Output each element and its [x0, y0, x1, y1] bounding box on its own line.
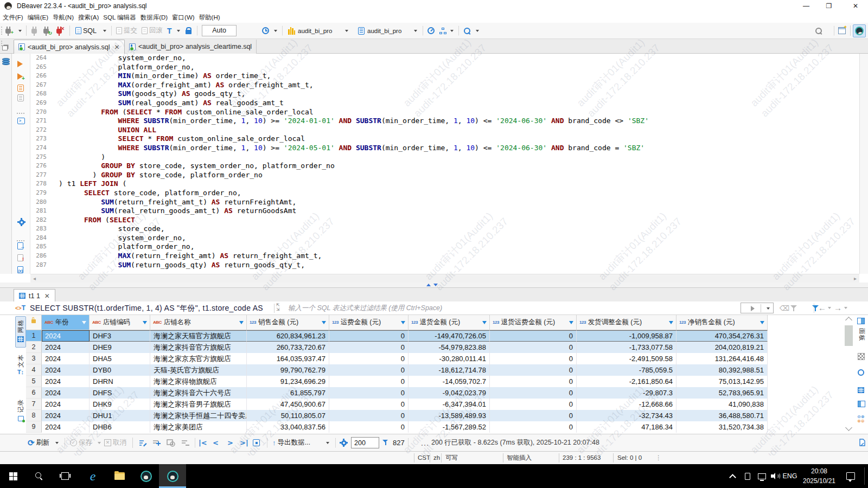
grid-cell[interactable]: 海澜之家得物旗舰店 — [150, 376, 247, 387]
grid-cell[interactable]: -30,280,011.41 — [409, 353, 490, 364]
grid-cell[interactable]: -6,347,394.01 — [409, 399, 490, 410]
sort-dropdown-icon[interactable] — [401, 321, 405, 324]
row-header-6[interactable]: 6 — [26, 387, 42, 399]
connect-button[interactable]: + — [5, 23, 11, 38]
aggregate-icon[interactable] — [858, 387, 864, 393]
column-header-1[interactable]: ABC年份 — [42, 315, 90, 330]
grid-cell[interactable]: -785,059.5 — [577, 364, 676, 376]
grid-cell[interactable]: 80,392,988.51 — [676, 364, 768, 376]
grid-cell[interactable]: 61,855,797 — [247, 387, 329, 399]
grid-cell[interactable]: 164,035,937.47 — [247, 353, 329, 364]
row-header-9[interactable]: 9 — [26, 421, 42, 433]
grid-cell[interactable]: -14,059,702.7 — [409, 376, 490, 387]
value-viewer-icon[interactable] — [858, 353, 865, 360]
grid-cell[interactable]: 0 — [329, 399, 409, 410]
validate-doc-icon[interactable]: ! — [17, 254, 23, 264]
grid-cell[interactable]: 海澜之家天猫官方旗舰店 — [150, 330, 247, 342]
commit-button[interactable]: 提交 — [116, 23, 139, 38]
refresh-button[interactable]: ⟳刷新 — [28, 434, 52, 451]
filter-placeholder[interactable]: 输入一个 SQL 表达式来过滤结果 (使用 Ctrl+Space) — [288, 301, 442, 314]
taskbar-search-icon[interactable] — [26, 464, 52, 488]
column-header-8[interactable]: 123发货调整金额 (元) — [577, 315, 676, 330]
database-navigator-icon[interactable] — [2, 58, 10, 66]
grid-cell[interactable]: DYB0 — [90, 364, 150, 376]
plan-dropdown[interactable] — [450, 23, 454, 38]
back-dropdown[interactable] — [828, 307, 831, 309]
grid-cell[interactable]: 2024 — [42, 387, 90, 399]
copy-row-icon[interactable] — [167, 434, 175, 451]
fetch-size-input[interactable] — [351, 437, 379, 448]
grid-cell[interactable]: 0 — [329, 387, 409, 399]
history-icon[interactable] — [262, 23, 269, 38]
file-explorer-icon[interactable] — [106, 464, 132, 488]
menu-item[interactable]: 数据库(D) — [141, 14, 168, 22]
row-header-8[interactable]: 8 — [26, 410, 42, 421]
minimize-button[interactable]: — — [798, 0, 814, 12]
previous-row-icon[interactable]: < — [213, 434, 219, 451]
lock-icon[interactable] — [186, 23, 192, 38]
network-tray-icon[interactable] — [754, 464, 769, 488]
grid-cell[interactable]: -32,734.43 — [577, 410, 676, 421]
sql-editor-dropdown[interactable] — [103, 23, 106, 38]
forward-dropdown[interactable] — [844, 307, 847, 309]
task-view-icon[interactable] — [52, 464, 78, 488]
grid-cell[interactable]: -2,491,509.58 — [577, 353, 676, 364]
execute-new-tab-icon[interactable]: + — [17, 72, 23, 82]
grid-cell[interactable]: 海澜之家快手恒越二十四专卖店 — [150, 410, 247, 421]
grid-cell[interactable]: 海澜之家抖音男子旗舰店 — [150, 399, 247, 410]
grid-cell[interactable]: -2,161,850.64 — [577, 376, 676, 387]
references-panel-icon[interactable] — [858, 401, 865, 407]
grid-cell[interactable]: DHU1 — [90, 410, 150, 421]
grid-cell[interactable]: 2024 — [42, 330, 90, 342]
row-header-3[interactable]: 3 — [26, 353, 42, 364]
internet-explorer-icon[interactable]: e — [80, 464, 106, 488]
delete-row-icon[interactable] — [181, 434, 189, 451]
grid-cell[interactable]: 0 — [329, 421, 409, 433]
next-row-icon[interactable]: > — [227, 434, 233, 451]
disconnect-button[interactable] — [31, 23, 37, 38]
export-result-icon[interactable]: → — [17, 242, 23, 252]
taskbar-clock[interactable]: 20:082025/10/21 — [797, 466, 841, 486]
column-header-6[interactable]: 123退货金额 (元) — [409, 315, 490, 330]
grid-cell[interactable]: 31,520,734.38 — [676, 421, 768, 433]
scrollbar-thumb[interactable] — [845, 325, 853, 346]
add-row-icon[interactable] — [152, 434, 161, 451]
grid-cell[interactable]: 47,186.34 — [577, 421, 676, 433]
grid-cell[interactable]: 260,733,720.67 — [247, 342, 329, 353]
grid-cell[interactable]: 0 — [329, 330, 409, 342]
grid-cell[interactable]: DHE9 — [90, 342, 150, 353]
transaction-mode-icon[interactable]: T — [167, 23, 172, 38]
bottom-right-icon[interactable] — [859, 439, 866, 446]
results-vertical-scrollbar[interactable] — [843, 315, 855, 434]
row-count-icon[interactable] — [382, 434, 390, 451]
menu-item[interactable]: SQL 编辑器 — [103, 14, 136, 22]
start-button[interactable] — [0, 464, 26, 488]
grid-cell[interactable]: 2024 — [42, 353, 90, 364]
grid-cell[interactable]: 50,110,805.07 — [247, 410, 329, 421]
row-header-2[interactable]: 2 — [26, 342, 42, 353]
grid-cell[interactable]: DHF3 — [90, 330, 150, 342]
menu-item[interactable]: 搜索(A) — [78, 14, 99, 22]
row-header-7[interactable]: 7 — [26, 399, 42, 410]
execute-statement-icon[interactable] — [17, 60, 23, 69]
editor-settings-gear-icon[interactable] — [17, 218, 25, 228]
sort-dropdown-icon[interactable] — [760, 321, 764, 324]
back-icon[interactable]: ← — [818, 304, 826, 312]
results-grid[interactable]: ABC年份ABC店铺编码ABC店铺名称123销售金额 (元)123运费金额 (元… — [26, 315, 768, 433]
execute-script-disabled-icon[interactable] — [17, 94, 24, 104]
export-dropdown[interactable] — [326, 434, 329, 451]
grid-cell[interactable]: 0 — [490, 376, 577, 387]
grid-cell[interactable]: -9,042,023.79 — [409, 387, 490, 399]
execute-script-icon[interactable] — [17, 84, 24, 94]
grid-cell[interactable]: 海澜之家抖音官方旗舰店 — [150, 342, 247, 353]
commit-mode-combo[interactable]: Auto — [202, 25, 237, 36]
dbeaver-taskbar-icon[interactable] — [133, 464, 159, 488]
grid-cell[interactable]: -29,807.3 — [577, 387, 676, 399]
history-dropdown[interactable] — [274, 23, 277, 38]
cancel-button[interactable]: ✕取消 — [104, 434, 128, 451]
sort-dropdown-icon[interactable] — [669, 321, 673, 324]
calc-panel-icon[interactable]: ⊖⊕⊗⊜ — [857, 415, 864, 423]
transaction-dropdown[interactable] — [177, 23, 180, 38]
restore-button[interactable]: ❐ — [821, 0, 837, 12]
column-header-9[interactable]: 123净销售金额 (元) — [676, 315, 768, 330]
